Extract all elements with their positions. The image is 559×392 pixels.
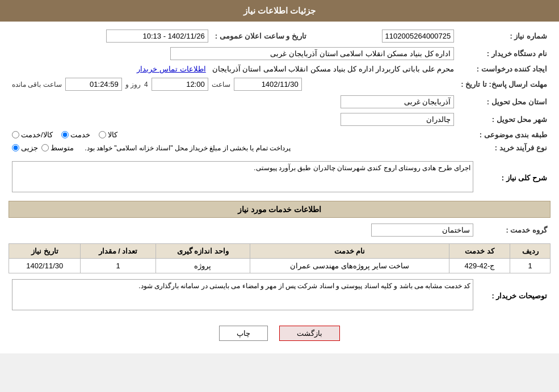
tabaqe-kala-khedmat-item: کالا/خدمت <box>12 130 53 139</box>
khadamat-data-table: ردیف کد خدمت نام خدمت واحد اندازه گیری ت… <box>9 243 550 273</box>
mohlet-saat: 12:00 <box>152 78 208 91</box>
row-mohlet: مهلت ارسال پاسخ: تا تاریخ : 1402/11/30 س… <box>9 75 550 93</box>
shomara-box: 1102005264000725 <box>382 29 455 43</box>
cell-vahed: پروژه <box>155 259 250 273</box>
khadamat-table-body: 1ج-42-429ساخت سایر پروژه‌های مهندسی عمرا… <box>9 259 550 273</box>
saat-label: ساعت <box>212 81 230 88</box>
col-radif: ردیف <box>510 244 550 259</box>
cell-tarikh: 1402/11/30 <box>9 259 81 273</box>
grooh-label: گروه خدمت : <box>477 221 550 239</box>
tosihaat-table: توصیحات خریدار : <box>9 277 550 314</box>
nooe-motavaset-label: متوسط <box>51 144 74 152</box>
ostan-value: آذربایجان غربی <box>9 93 457 111</box>
mohlet-label: مهلت ارسال پاسخ: تا تاریخ : <box>457 75 550 93</box>
sharh-row: شرح کلی نیاز : <box>9 159 550 196</box>
col-tarikh: تاریخ نیاز <box>9 244 81 259</box>
shomara-label: شماره نیاز : <box>457 27 550 45</box>
eijad-value: محرم علی باباتی کاربردار اداره کل بنیاد … <box>9 62 457 75</box>
grooh-row: گروه خدمت : ساختمان <box>9 221 550 239</box>
back-button[interactable]: بازگشت <box>279 326 340 341</box>
mohlet-value: 1402/11/30 ساعت 12:00 4 روز و 01:24:59 س… <box>9 75 457 93</box>
tabaqe-khedmat-item: خدمت <box>61 130 90 139</box>
page-header: جزئیات اطلاعات نیاز <box>0 0 559 22</box>
nooe-jozii-radio[interactable] <box>12 144 19 151</box>
page-wrapper: جزئیات اطلاعات نیاز شماره نیاز : 1102005… <box>0 0 559 353</box>
nooe-jozii-label: جزیی <box>21 144 38 152</box>
tabaqe-kala-item: کالا <box>99 130 117 139</box>
mohlet-baqi: 01:24:59 <box>65 78 122 91</box>
tarikh-value: 1402/11/26 - 10:13 <box>9 27 212 45</box>
tabaqe-khedmat-label: خدمت <box>70 130 90 139</box>
farayand-value: پرداخت تمام یا بخشی از مبلغ خریداز محل "… <box>9 141 457 154</box>
khadamat-header-row: ردیف کد خدمت نام خدمت واحد اندازه گیری ت… <box>9 244 550 259</box>
col-naam: نام خدمت <box>250 244 449 259</box>
khadamat-table-head: ردیف کد خدمت نام خدمت واحد اندازه گیری ت… <box>9 244 550 259</box>
farayand-group: پرداخت تمام یا بخشی از مبلغ خریداز محل "… <box>12 144 454 152</box>
sharh-textarea[interactable] <box>12 161 473 192</box>
page-title: جزئیات اطلاعات نیاز <box>243 6 316 15</box>
print-button[interactable]: چاپ <box>219 326 268 341</box>
mohlet-group: 1402/11/30 ساعت 12:00 4 روز و 01:24:59 س… <box>12 78 454 91</box>
shahr-label: شهر محل تحویل : <box>457 111 550 128</box>
nooe-motavaset-item: متوسط <box>41 144 74 152</box>
row-ostan: استان محل تحویل : آذربایجان غربی <box>9 93 550 111</box>
cell-radif: 1 <box>510 259 550 273</box>
main-form-table: شماره نیاز : 1102005264000725 تاریخ و سا… <box>9 27 550 154</box>
shomara-value: 1102005264000725 <box>310 27 457 45</box>
rooz-value: 4 <box>144 81 148 88</box>
eijad-label: ایجاد کننده درخواست : <box>457 62 550 75</box>
tosihaat-textarea[interactable] <box>12 279 473 310</box>
rooz-label: روز و <box>125 81 141 88</box>
eijad-text: محرم علی باباتی کاربردار اداره کل بنیاد … <box>212 65 455 73</box>
main-content: شماره نیاز : 1102005264000725 تاریخ و سا… <box>0 22 559 353</box>
cell-tedad: 1 <box>81 259 155 273</box>
tosihaat-row: توصیحات خریدار : <box>9 277 550 314</box>
tabaqe-kala-khedmat-label: کالا/خدمت <box>21 130 53 139</box>
nooe-jozii-item: جزیی <box>12 144 38 152</box>
sharh-label: شرح کلی نیاز : <box>477 159 550 196</box>
col-kod: کد خدمت <box>449 244 510 259</box>
nooe-text: پرداخت تمام یا بخشی از مبلغ خریداز محل "… <box>85 144 291 152</box>
row-dastgah: نام دستگاه خریدار : اداره کل بنیاد مسکن … <box>9 45 550 62</box>
eijad-link[interactable]: اطلاعات تماس خریدار <box>137 65 205 73</box>
khadamat-section-header: اطلاعات خدمات مورد نیاز <box>9 201 550 218</box>
cell-kod: ج-42-429 <box>449 259 510 273</box>
shahr-box: چالدران <box>341 113 454 126</box>
tarikh-label: تاریخ و ساعت اعلان عمومی : <box>212 27 310 45</box>
tabaqe-kala-label: کالا <box>108 130 117 139</box>
sharh-table: شرح کلی نیاز : <box>9 159 550 196</box>
grooh-value: ساختمان <box>9 221 477 239</box>
dastgah-value: اداره کل بنیاد مسکن انقلاب اسلامی استان … <box>9 45 457 62</box>
dastgah-label: نام دستگاه خریدار : <box>457 45 550 62</box>
row-tabaqe: طبقه بندی موضوعی : کالا خدمت کالا/خدمت <box>9 128 550 141</box>
sharh-value <box>9 159 477 196</box>
col-vahed: واحد اندازه گیری <box>155 244 250 259</box>
row-farayand: نوع فرآیند خرید : پرداخت تمام یا بخشی از… <box>9 141 550 154</box>
tabaqe-kala-khedmat-radio[interactable] <box>12 131 19 138</box>
cell-naam: ساخت سایر پروژه‌های مهندسی عمران <box>250 259 449 273</box>
baqi-label: ساعت باقی مانده <box>12 81 62 88</box>
footer-buttons: بازگشت چاپ <box>9 319 550 348</box>
table-row: 1ج-42-429ساخت سایر پروژه‌های مهندسی عمرا… <box>9 259 550 273</box>
tarikh-box: 1402/11/26 - 10:13 <box>106 29 208 43</box>
tabaqe-value: کالا خدمت کالا/خدمت <box>9 128 457 141</box>
shahr-value: چالدران <box>9 111 457 128</box>
tabaqe-kala-radio[interactable] <box>99 131 106 138</box>
tosihaat-label: توصیحات خریدار : <box>477 277 550 314</box>
ostan-label: استان محل تحویل : <box>457 93 550 111</box>
row-eijad: ایجاد کننده درخواست : محرم علی باباتی کا… <box>9 62 550 75</box>
mohlet-tarikh: 1402/11/30 <box>234 78 302 91</box>
tabaqe-label: طبقه بندی موضوعی : <box>457 128 550 141</box>
nooe-motavaset-radio[interactable] <box>41 144 49 151</box>
col-tedad: تعداد / مقدار <box>81 244 155 259</box>
grooh-box: ساختمان <box>371 224 473 237</box>
tosihaat-value <box>9 277 477 314</box>
farayand-label: نوع فرآیند خرید : <box>457 141 550 154</box>
row-shomara: شماره نیاز : 1102005264000725 تاریخ و سا… <box>9 27 550 45</box>
row-shahr: شهر محل تحویل : چالدران <box>9 111 550 128</box>
tabaqe-khedmat-radio[interactable] <box>61 131 69 138</box>
ostan-box: آذربایجان غربی <box>341 95 454 108</box>
tabaqe-radio-group: کالا خدمت کالا/خدمت <box>12 130 454 139</box>
grooh-table: گروه خدمت : ساختمان <box>9 221 550 239</box>
dastgah-box: اداره کل بنیاد مسکن انقلاب اسلامی استان … <box>170 47 454 60</box>
